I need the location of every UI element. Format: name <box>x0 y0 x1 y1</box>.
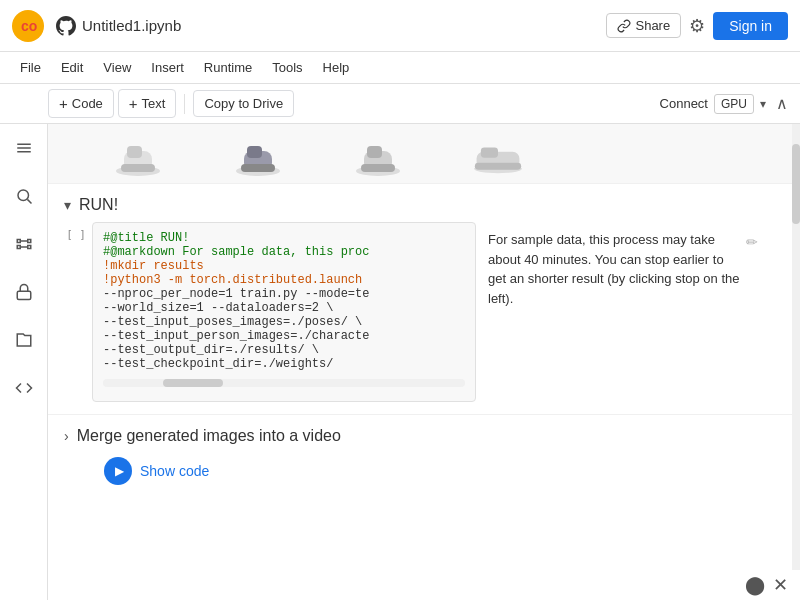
play-icon: ▶ <box>115 464 124 478</box>
code-cmd-1: !mkdir results <box>103 259 204 273</box>
svg-rect-4 <box>17 291 31 299</box>
run-cell-container: [ ] #@title RUN! #@markdown For sample d… <box>56 222 776 402</box>
shoe-image-2 <box>228 131 288 176</box>
sidebar-code-icon[interactable] <box>8 372 40 404</box>
svg-rect-19 <box>481 147 498 157</box>
sidebar-search-icon[interactable] <box>8 180 40 212</box>
menu-edit[interactable]: Edit <box>53 56 91 79</box>
colab-logo: co <box>12 10 44 42</box>
merge-section-header[interactable]: › Merge generated images into a video <box>56 423 776 449</box>
collapse-button[interactable]: ∧ <box>772 90 792 117</box>
shoe-image-4 <box>468 131 528 176</box>
content-area[interactable]: ▾ RUN! [ ] #@title RUN! #@markdown For s… <box>48 124 792 600</box>
run-section: ▾ RUN! [ ] #@title RUN! #@markdown For s… <box>48 184 792 414</box>
settings-icon[interactable]: ⚙ <box>689 15 705 37</box>
copy-to-drive-button[interactable]: Copy to Drive <box>193 90 294 117</box>
play-button[interactable]: ▶ <box>104 457 132 485</box>
menu-help[interactable]: Help <box>315 56 358 79</box>
sidebar-secrets-icon[interactable] <box>8 276 40 308</box>
menu-bar: File Edit View Insert Runtime Tools Help <box>0 52 800 84</box>
code-comment-1: #@title RUN! <box>103 231 189 245</box>
signin-button[interactable]: Sign in <box>713 12 788 40</box>
sidebar-menu-icon[interactable] <box>8 132 40 164</box>
menu-insert[interactable]: Insert <box>143 56 192 79</box>
cell-gutter: [ ] <box>56 222 92 402</box>
merge-chevron-icon: › <box>64 428 69 444</box>
code-comment-2: #@markdown For sample data, this proc <box>103 245 369 259</box>
svg-rect-20 <box>475 163 521 170</box>
menu-view[interactable]: View <box>95 56 139 79</box>
share-button[interactable]: Share <box>606 13 681 38</box>
code-line-4: !python3 -m torch.distributed.launch <box>103 273 465 287</box>
svg-text:co: co <box>21 18 37 34</box>
code-line-8: --test_input_person_images=./characte <box>103 329 465 343</box>
scrollbar-thumb <box>163 379 223 387</box>
svg-rect-16 <box>361 164 395 172</box>
horizontal-scrollbar[interactable] <box>103 379 465 387</box>
scrollbar-thumb-right <box>792 144 800 224</box>
toolbar: + Code + Text Copy to Drive Connect GPU … <box>0 84 800 124</box>
sidebar-variables-icon[interactable] <box>8 228 40 260</box>
show-code-label[interactable]: Show code <box>140 463 209 479</box>
code-line-10: --test_checkpoint_dir=./weights/ <box>103 357 465 371</box>
dot-menu-icon[interactable]: ⬤ <box>745 574 765 596</box>
plus-icon: + <box>59 95 68 112</box>
top-bar: co Untitled1.ipynb Share ⚙ Sign in <box>0 0 800 52</box>
svg-rect-12 <box>241 164 275 172</box>
connect-area: Connect GPU ▾ ∧ <box>660 90 792 117</box>
svg-rect-7 <box>127 146 142 158</box>
main-layout: ▾ RUN! [ ] #@title RUN! #@markdown For s… <box>0 124 800 600</box>
code-line-5: --nproc_per_node=1 train.py --mode=te <box>103 287 465 301</box>
show-code-row: ▶ Show code <box>56 449 776 493</box>
code-cmd-2: !python3 -m torch.distributed.launch <box>103 273 362 287</box>
svg-point-2 <box>18 190 29 201</box>
svg-line-3 <box>27 199 31 203</box>
toolbar-divider <box>184 94 185 114</box>
run-chevron-icon: ▾ <box>64 197 71 213</box>
close-panel-icon[interactable]: ✕ <box>773 574 788 596</box>
svg-rect-15 <box>367 146 382 158</box>
image-strip <box>48 124 792 184</box>
code-line-7: --test_input_poses_images=./poses/ \ <box>103 315 465 329</box>
cell-side-note: For sample data, this process may take a… <box>476 222 776 402</box>
notebook-title[interactable]: Untitled1.ipynb <box>82 17 181 34</box>
merge-section-title: Merge generated images into a video <box>77 427 341 445</box>
shoe-image-3 <box>348 131 408 176</box>
shoe-image-1 <box>108 131 168 176</box>
run-section-title: RUN! <box>79 196 118 214</box>
right-scrollbar[interactable] <box>792 124 800 600</box>
add-text-button[interactable]: + Text <box>118 89 177 118</box>
top-actions: Share ⚙ Sign in <box>606 12 788 40</box>
menu-runtime[interactable]: Runtime <box>196 56 260 79</box>
gpu-badge: GPU <box>714 94 754 114</box>
left-sidebar <box>0 124 48 600</box>
run-section-header[interactable]: ▾ RUN! <box>56 192 776 218</box>
title-area: Untitled1.ipynb <box>56 16 594 36</box>
connect-dropdown-icon[interactable]: ▾ <box>760 97 766 111</box>
code-line-3: !mkdir results <box>103 259 465 273</box>
code-line-9: --test_output_dir=./results/ \ <box>103 343 465 357</box>
code-line-1: #@title RUN! <box>103 231 465 245</box>
code-cell[interactable]: #@title RUN! #@markdown For sample data,… <box>92 222 476 402</box>
sidebar-files-icon[interactable] <box>8 324 40 356</box>
edit-note-icon[interactable]: ✏ <box>740 230 764 254</box>
svg-rect-11 <box>247 146 262 158</box>
plus-text-icon: + <box>129 95 138 112</box>
code-line-2: #@markdown For sample data, this proc <box>103 245 465 259</box>
bottom-bar: ⬤ ✕ <box>733 570 800 600</box>
menu-file[interactable]: File <box>12 56 49 79</box>
share-icon <box>617 19 631 33</box>
menu-tools[interactable]: Tools <box>264 56 310 79</box>
add-code-button[interactable]: + Code <box>48 89 114 118</box>
code-line-6: --world_size=1 --dataloaders=2 \ <box>103 301 465 315</box>
svg-rect-8 <box>121 164 155 172</box>
merge-section: › Merge generated images into a video ▶ … <box>48 414 792 501</box>
cell-bracket: [ ] <box>66 228 86 241</box>
github-icon <box>56 16 76 36</box>
